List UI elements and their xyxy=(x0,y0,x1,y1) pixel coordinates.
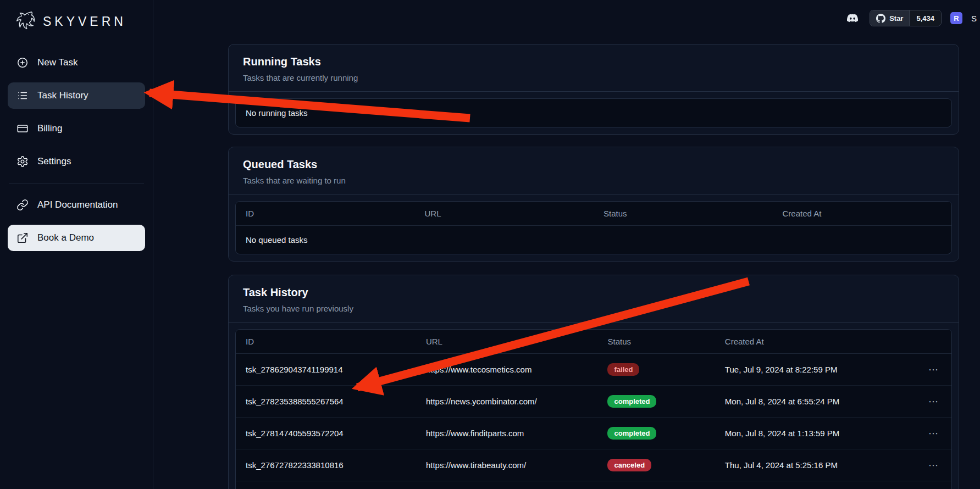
column-header-url: URL xyxy=(415,202,594,226)
card-title: Running Tasks xyxy=(243,55,944,68)
status-badge: failed xyxy=(607,363,639,376)
column-header-id: ID xyxy=(236,330,416,354)
card-header: Running Tasks Tasks that are currently r… xyxy=(229,45,959,92)
task-history-row-2[interactable]: tsk_278235388555267564 https://news.ycom… xyxy=(236,386,951,418)
column-header-created-at: Created At xyxy=(715,330,915,354)
card-title: Task History xyxy=(243,286,944,299)
table-header-row: ID URL Status Created At xyxy=(236,330,951,354)
row-actions-button[interactable]: ⋯ xyxy=(925,364,942,376)
task-id: tsk_278235388555267564 xyxy=(236,386,416,418)
card-subtitle: Tasks you have run previously xyxy=(243,304,944,313)
task-history-row-1[interactable]: tsk_278629043741199914 https://www.tecos… xyxy=(236,354,951,386)
sidebar-item-label: New Task xyxy=(37,57,77,68)
column-header-id: ID xyxy=(236,202,415,226)
sidebar: SKYVERN New Task Task History Billing Se… xyxy=(0,0,153,489)
card-title: Queued Tasks xyxy=(243,158,944,171)
sidebar-item-new-task[interactable]: New Task xyxy=(8,49,145,76)
row-actions-button[interactable]: ⋯ xyxy=(925,427,942,440)
sidebar-item-billing[interactable]: Billing xyxy=(8,115,145,142)
queued-tasks-table: ID URL Status Created At No queued tasks xyxy=(235,201,952,254)
sidebar-item-settings[interactable]: Settings xyxy=(8,148,145,175)
sidebar-nav: New Task Task History Billing Settings xyxy=(8,49,145,251)
gear-icon xyxy=(16,155,29,168)
column-header-actions xyxy=(915,330,951,354)
task-id: tsk_278147405593572204 xyxy=(236,418,416,449)
discord-button[interactable] xyxy=(844,12,861,25)
task-created-at: Tue, Jul 9, 2024 at 8:22:59 PM xyxy=(715,354,915,386)
sidebar-item-label: Book a Demo xyxy=(37,232,94,243)
task-history-row-4[interactable]: tsk_276727822333810816 https://www.tirab… xyxy=(236,449,951,481)
task-id: tsk_276727822333810816 xyxy=(236,449,416,481)
queued-tasks-card: Queued Tasks Tasks that are waiting to r… xyxy=(228,147,959,262)
task-history-row-3[interactable]: tsk_278147405593572204 https://www.findi… xyxy=(236,418,951,449)
github-star-label: Star xyxy=(889,14,903,23)
task-created-at: Thu, Jul 4, 2024 at 5:25:16 PM xyxy=(715,449,915,481)
row-actions-button[interactable]: ⋯ xyxy=(925,396,942,408)
sidebar-item-label: Task History xyxy=(37,90,88,101)
card-header: Task History Tasks you have run previous… xyxy=(229,275,959,323)
column-header-url: URL xyxy=(416,330,598,354)
external-link-icon xyxy=(16,232,29,244)
table-header-row: ID URL Status Created At xyxy=(236,202,951,226)
task-url: https://news.ycombinator.com/ xyxy=(416,386,598,418)
sidebar-item-api-documentation[interactable]: API Documentation xyxy=(8,192,145,218)
empty-state: No running tasks xyxy=(236,99,951,127)
empty-row: No queued tasks xyxy=(236,226,951,254)
github-icon xyxy=(876,14,885,23)
task-created-at: Mon, Jul 8, 2024 at 6:55:24 PM xyxy=(715,386,915,418)
task-id: tsk_278629043741199914 xyxy=(236,354,416,386)
user-name-partial[interactable]: S xyxy=(971,14,977,23)
skyvern-dragon-icon xyxy=(12,9,37,34)
github-star-count: 5,434 xyxy=(909,10,941,26)
sidebar-divider xyxy=(9,184,144,184)
status-badge: completed xyxy=(607,395,656,408)
brand-name: SKYVERN xyxy=(43,14,126,29)
empty-state: No queued tasks xyxy=(236,226,951,254)
credit-card-icon xyxy=(16,123,29,135)
main-content: Running Tasks Tasks that are currently r… xyxy=(228,44,959,489)
github-star-widget[interactable]: Star 5,434 xyxy=(870,10,942,26)
user-avatar[interactable]: R xyxy=(950,12,962,24)
sidebar-item-label: Billing xyxy=(37,123,62,134)
task-history-row-5[interactable]: tsk_274180139292204058 https://www.geico… xyxy=(236,481,951,489)
task-url: https://www.finditparts.com xyxy=(416,418,598,449)
column-header-status: Status xyxy=(594,202,773,226)
github-star-segment[interactable]: Star xyxy=(870,10,909,26)
status-badge: canceled xyxy=(607,459,651,471)
task-history-card: Task History Tasks you have run previous… xyxy=(228,275,959,489)
brand-logo: SKYVERN xyxy=(8,5,145,43)
list-icon xyxy=(16,90,29,102)
card-header: Queued Tasks Tasks that are waiting to r… xyxy=(229,147,959,195)
task-url: https://www.tirabeauty.com/ xyxy=(416,449,598,481)
column-header-status: Status xyxy=(597,330,715,354)
task-url: https://www.geico.com xyxy=(416,481,598,489)
task-url: https://www.tecosmetics.com xyxy=(416,354,598,386)
task-created-at: Thu, Jun 27, 2024 at 8:38:58 PM xyxy=(715,481,915,489)
plus-circle-icon xyxy=(16,57,29,69)
card-body: ID URL Status Created At No queued tasks xyxy=(229,195,959,261)
running-tasks-card: Running Tasks Tasks that are currently r… xyxy=(228,44,959,135)
sidebar-item-label: API Documentation xyxy=(37,199,118,210)
card-subtitle: Tasks that are currently running xyxy=(243,73,944,82)
status-badge: completed xyxy=(607,427,656,440)
sidebar-item-label: Settings xyxy=(37,156,71,167)
row-actions-button[interactable]: ⋯ xyxy=(925,459,942,471)
card-subtitle: Tasks that are waiting to run xyxy=(243,176,944,185)
book-a-demo-button[interactable]: Book a Demo xyxy=(8,225,145,251)
running-tasks-table: No running tasks xyxy=(235,98,952,127)
card-body: ID URL Status Created At tsk_27862904374… xyxy=(229,323,959,489)
topbar: Star 5,434 R S xyxy=(844,10,977,26)
link-icon xyxy=(16,199,29,211)
sidebar-item-task-history[interactable]: Task History xyxy=(8,82,145,109)
task-history-table: ID URL Status Created At tsk_27862904374… xyxy=(235,329,952,489)
card-body: No running tasks xyxy=(229,92,959,134)
column-header-created-at: Created At xyxy=(773,202,952,226)
task-id: tsk_274180139292204058 xyxy=(236,481,416,489)
discord-icon xyxy=(844,12,861,25)
task-created-at: Mon, Jul 8, 2024 at 1:13:59 PM xyxy=(715,418,915,449)
